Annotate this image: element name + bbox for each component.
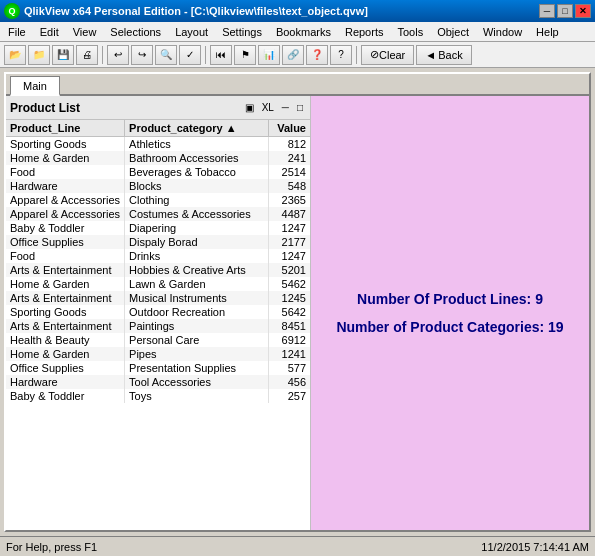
panel-icon-xl[interactable]: XL: [259, 100, 277, 115]
cell-category: Drinks: [125, 249, 269, 263]
check-button[interactable]: ✓: [179, 45, 201, 65]
table-row[interactable]: Apparel & AccessoriesCostumes & Accessor…: [6, 207, 310, 221]
table-row[interactable]: Home & GardenLawn & Garden5462: [6, 277, 310, 291]
panel-icon-minimize[interactable]: ─: [279, 100, 292, 115]
clear-label: Clear: [379, 49, 405, 61]
menu-edit[interactable]: Edit: [34, 24, 65, 40]
menu-help[interactable]: Help: [530, 24, 565, 40]
title-controls[interactable]: ─ □ ✕: [539, 4, 591, 18]
cell-product-line: Apparel & Accessories: [6, 207, 125, 221]
maximize-button[interactable]: □: [557, 4, 573, 18]
cell-value: 5642: [269, 305, 310, 319]
panel-icon-maximize[interactable]: □: [294, 100, 306, 115]
menu-window[interactable]: Window: [477, 24, 528, 40]
title-text: QlikView x64 Personal Edition - [C:\Qlik…: [24, 5, 368, 17]
cell-product-line: Sporting Goods: [6, 305, 125, 319]
cell-category: Athletics: [125, 137, 269, 152]
table-row[interactable]: HardwareBlocks548: [6, 179, 310, 193]
panel-title: Product List: [10, 101, 80, 115]
info-panel: Number Of Product Lines: 9 Number of Pro…: [311, 96, 589, 530]
close-button[interactable]: ✕: [575, 4, 591, 18]
cell-value: 257: [269, 389, 310, 403]
cell-product-line: Arts & Entertainment: [6, 319, 125, 333]
chart-button[interactable]: 📊: [258, 45, 280, 65]
col-header-category[interactable]: Product_category ▲: [125, 120, 269, 137]
cell-product-line: Arts & Entertainment: [6, 291, 125, 305]
content-area: Product List ▣ XL ─ □ Product_Line Produ…: [6, 96, 589, 530]
table-row[interactable]: Home & GardenBathroom Accessories241: [6, 151, 310, 165]
open-button[interactable]: 📁: [28, 45, 50, 65]
table-row[interactable]: HardwareTool Accessories456: [6, 375, 310, 389]
col-header-value[interactable]: Value: [269, 120, 310, 137]
undo-button[interactable]: ↩: [107, 45, 129, 65]
table-row[interactable]: Arts & EntertainmentHobbies & Creative A…: [6, 263, 310, 277]
info-button[interactable]: ?: [330, 45, 352, 65]
table-row[interactable]: Home & GardenPipes1241: [6, 347, 310, 361]
table-row[interactable]: Sporting GoodsAthletics812: [6, 137, 310, 152]
product-table: Product_Line Product_category ▲ Value Sp…: [6, 120, 310, 403]
cell-value: 456: [269, 375, 310, 389]
info-line1: Number Of Product Lines: 9: [357, 285, 543, 313]
cell-category: Clothing: [125, 193, 269, 207]
cell-product-line: Baby & Toddler: [6, 221, 125, 235]
redo-button[interactable]: ↪: [131, 45, 153, 65]
table-row[interactable]: Arts & EntertainmentMusical Instruments1…: [6, 291, 310, 305]
cell-product-line: Home & Garden: [6, 347, 125, 361]
table-row[interactable]: Health & BeautyPersonal Care6912: [6, 333, 310, 347]
panel-icon-grid[interactable]: ▣: [242, 100, 257, 115]
table-row[interactable]: Arts & EntertainmentPaintings8451: [6, 319, 310, 333]
cell-value: 1247: [269, 249, 310, 263]
minimize-button[interactable]: ─: [539, 4, 555, 18]
link-button[interactable]: 🔗: [282, 45, 304, 65]
flag-button[interactable]: ⚑: [234, 45, 256, 65]
cell-category: Diapering: [125, 221, 269, 235]
print-button[interactable]: 🖨: [76, 45, 98, 65]
clear-button[interactable]: ⊘ Clear: [361, 45, 414, 65]
search-button[interactable]: 🔍: [155, 45, 177, 65]
table-row[interactable]: Baby & ToddlerToys257: [6, 389, 310, 403]
status-bar: For Help, press F1 11/2/2015 7:14:41 AM: [0, 536, 595, 556]
table-row[interactable]: FoodBeverages & Tobacco2514: [6, 165, 310, 179]
cell-product-line: Home & Garden: [6, 277, 125, 291]
back-icon: ◄: [425, 49, 436, 61]
cell-product-line: Office Supplies: [6, 361, 125, 375]
help-button[interactable]: ❓: [306, 45, 328, 65]
help-text: For Help, press F1: [6, 541, 97, 553]
table-body: Sporting GoodsAthletics812Home & GardenB…: [6, 137, 310, 404]
col-header-product-line[interactable]: Product_Line: [6, 120, 125, 137]
table-row[interactable]: Apparel & AccessoriesClothing2365: [6, 193, 310, 207]
menu-file[interactable]: File: [2, 24, 32, 40]
cell-value: 577: [269, 361, 310, 375]
cell-product-line: Arts & Entertainment: [6, 263, 125, 277]
cell-category: Toys: [125, 389, 269, 403]
cell-category: Presentation Supplies: [125, 361, 269, 375]
menu-settings[interactable]: Settings: [216, 24, 268, 40]
menu-selections[interactable]: Selections: [104, 24, 167, 40]
tab-bar: Main: [6, 74, 589, 96]
menu-layout[interactable]: Layout: [169, 24, 214, 40]
menu-tools[interactable]: Tools: [391, 24, 429, 40]
cell-value: 1245: [269, 291, 310, 305]
table-row[interactable]: FoodDrinks1247: [6, 249, 310, 263]
back-button[interactable]: ◄ Back: [416, 45, 471, 65]
cell-category: Costumes & Accessories: [125, 207, 269, 221]
menu-bookmarks[interactable]: Bookmarks: [270, 24, 337, 40]
table-header-row: Product_Line Product_category ▲ Value: [6, 120, 310, 137]
cell-product-line: Home & Garden: [6, 151, 125, 165]
cell-value: 2177: [269, 235, 310, 249]
table-row[interactable]: Office SuppliesDispaly Borad2177: [6, 235, 310, 249]
cell-product-line: Office Supplies: [6, 235, 125, 249]
cell-value: 548: [269, 179, 310, 193]
cell-category: Tool Accessories: [125, 375, 269, 389]
menu-view[interactable]: View: [67, 24, 103, 40]
table-row[interactable]: Baby & ToddlerDiapering1247: [6, 221, 310, 235]
tab-main[interactable]: Main: [10, 76, 60, 96]
table-row[interactable]: Office SuppliesPresentation Supplies577: [6, 361, 310, 375]
inner-window: Main Product List ▣ XL ─ □ Product_Line: [4, 72, 591, 532]
menu-object[interactable]: Object: [431, 24, 475, 40]
save-button[interactable]: 💾: [52, 45, 74, 65]
first-button[interactable]: ⏮: [210, 45, 232, 65]
new-button[interactable]: 📂: [4, 45, 26, 65]
menu-reports[interactable]: Reports: [339, 24, 390, 40]
table-row[interactable]: Sporting GoodsOutdoor Recreation5642: [6, 305, 310, 319]
